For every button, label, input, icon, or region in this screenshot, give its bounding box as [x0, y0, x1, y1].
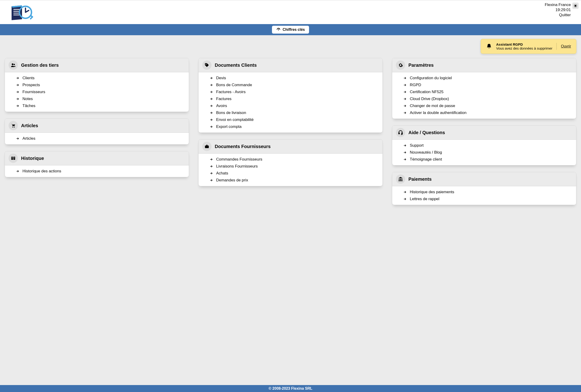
- menu-item-label: Demandes de prix: [216, 178, 248, 182]
- notification-open-link[interactable]: Ouvrir: [561, 44, 571, 48]
- menu-item-label: Nouveautés / Blog: [410, 150, 442, 155]
- svg-rect-22: [14, 157, 15, 158]
- arrow-right-icon: [403, 144, 406, 147]
- menu-item[interactable]: Cloud Drive (Dropbox): [392, 96, 576, 102]
- card-tiers: Gestion des tiers ClientsProspectsFourni…: [5, 58, 189, 112]
- svg-line-12: [574, 7, 574, 7]
- menu-item[interactable]: Demandes de prix: [198, 177, 382, 184]
- menu-item[interactable]: Lettres de rappel: [392, 196, 576, 202]
- book-icon: [8, 154, 18, 163]
- arrow-right-icon: [210, 90, 213, 94]
- svg-rect-32: [398, 180, 402, 181]
- card-parametres: Paramètres Configuration du logicielRGPD…: [392, 58, 576, 119]
- menu-item[interactable]: Historique des paiements: [392, 188, 576, 196]
- chiffres-cles-button[interactable]: Chiffres clés: [272, 26, 309, 34]
- menu-item[interactable]: Notes: [5, 96, 189, 102]
- headset-icon: [396, 128, 405, 137]
- arrow-right-icon: [16, 84, 19, 87]
- svg-rect-21: [12, 158, 13, 158]
- menu-item-label: Témoignage client: [410, 157, 442, 162]
- menu-item[interactable]: Changer de mot de passe: [392, 102, 576, 109]
- menu-item-label: Devis: [216, 76, 226, 80]
- theme-toggle-button[interactable]: [572, 2, 579, 9]
- menu-item[interactable]: Articles: [5, 135, 189, 142]
- menu-item-label: Livraisons Fournisseurs: [216, 164, 258, 169]
- menu-item[interactable]: Achats: [198, 170, 382, 177]
- menu-item-label: Factures - Avoirs: [216, 90, 246, 94]
- svg-rect-26: [399, 133, 400, 134]
- menu-item[interactable]: Envoi en comptabilité: [198, 116, 382, 123]
- menu-item-label: Bons de livraison: [216, 110, 246, 115]
- menu-item-label: Factures: [216, 96, 232, 101]
- menu-item[interactable]: Bons de livraison: [198, 109, 382, 116]
- menu-item[interactable]: Tâches: [5, 102, 189, 109]
- menu-item[interactable]: Clients: [5, 74, 189, 82]
- card-docs-fournisseurs: Documents Fournisseurs Commandes Fournis…: [198, 139, 383, 186]
- arrow-right-icon: [210, 178, 213, 182]
- menu-item[interactable]: Commandes Fournisseurs: [198, 156, 382, 163]
- menu-item[interactable]: Configuration du logiciel: [392, 74, 576, 82]
- menu-item-label: Cloud Drive (Dropbox): [410, 96, 449, 101]
- menu-item[interactable]: Historique des actions: [5, 168, 189, 175]
- arrow-right-icon: [403, 151, 406, 154]
- menu-item[interactable]: Témoignage client: [392, 156, 576, 163]
- arrow-right-icon: [210, 97, 213, 100]
- svg-rect-3: [14, 14, 20, 15]
- card-docs-clients: Documents Clients DevisBons de CommandeF…: [198, 58, 383, 133]
- card-aide: Aide / Questions SupportNouveautés / Blo…: [392, 125, 576, 166]
- arrow-right-icon: [210, 84, 213, 87]
- svg-line-11: [576, 7, 577, 7]
- menu-item-label: Bons de Commande: [216, 83, 252, 87]
- bell-icon: [486, 43, 492, 49]
- card-articles: Articles Articles: [5, 118, 189, 144]
- arrow-right-icon: [16, 104, 19, 108]
- menu-item[interactable]: Fournisseurs: [5, 88, 189, 96]
- menu-item[interactable]: Certification NF525: [392, 88, 576, 96]
- menu-item[interactable]: Export compta: [198, 123, 382, 130]
- svg-rect-15: [278, 28, 279, 30]
- card-title: Documents Fournisseurs: [215, 144, 270, 149]
- menu-item[interactable]: Avoirs: [198, 102, 382, 109]
- card-title: Historique: [21, 156, 44, 161]
- arrow-right-icon: [16, 76, 19, 80]
- footer: © 2008-2023 Flexina SRL: [0, 385, 581, 392]
- card-title: Paiements: [408, 176, 432, 182]
- menu-item-label: Fournisseurs: [22, 90, 45, 94]
- arrow-right-icon: [403, 158, 406, 161]
- menu-item[interactable]: Nouveautés / Blog: [392, 149, 576, 156]
- arrow-right-icon: [403, 104, 406, 108]
- clock: 19:29:01: [545, 8, 571, 12]
- briefcase-icon: [202, 142, 212, 151]
- arrow-right-icon: [403, 76, 406, 80]
- sun-icon: [573, 4, 578, 8]
- svg-rect-0: [14, 9, 20, 10]
- arrow-right-icon: [403, 190, 406, 194]
- menu-item[interactable]: Devis: [198, 74, 382, 82]
- menu-item[interactable]: Prospects: [5, 82, 189, 88]
- company-name: Flexina France: [545, 2, 571, 7]
- svg-line-13: [576, 4, 577, 5]
- cart-icon: [8, 121, 18, 130]
- tag-icon: [202, 60, 212, 70]
- menu-item[interactable]: Livraisons Fournisseurs: [198, 163, 382, 170]
- quit-link[interactable]: Quitter: [545, 13, 571, 18]
- svg-point-18: [12, 127, 13, 128]
- menu-item[interactable]: RGPD: [392, 82, 576, 88]
- svg-point-5: [575, 5, 576, 6]
- menu-item[interactable]: Factures - Avoirs: [198, 88, 382, 96]
- menu-item[interactable]: Bons de Commande: [198, 82, 382, 88]
- menu-item[interactable]: Support: [392, 142, 576, 149]
- arrow-right-icon: [210, 111, 213, 114]
- notification-title: Assistant RGPD: [496, 42, 552, 46]
- menu-item[interactable]: Factures: [198, 96, 382, 102]
- arrow-right-icon: [403, 97, 406, 100]
- arrow-right-icon: [16, 137, 19, 140]
- menu-item-label: RGPD: [410, 83, 421, 87]
- dashboard-icon: [276, 27, 281, 32]
- svg-line-10: [574, 4, 574, 5]
- rgpd-notification: Assistant RGPD Vous avez des données à s…: [481, 39, 576, 54]
- logo[interactable]: [9, 2, 35, 22]
- menu-item[interactable]: Activer la double authentification: [392, 109, 576, 116]
- svg-rect-25: [205, 146, 209, 148]
- svg-rect-20: [12, 157, 13, 158]
